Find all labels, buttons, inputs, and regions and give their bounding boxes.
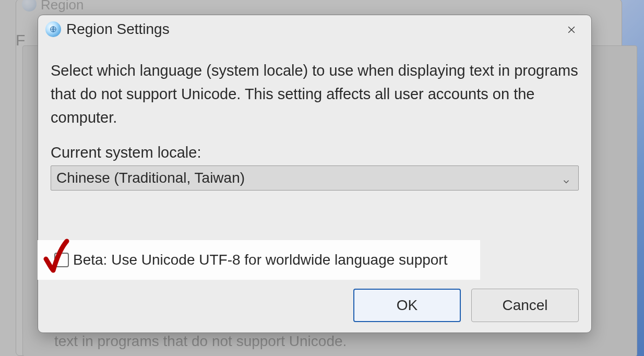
dialog-button-row: OK Cancel [353,289,579,322]
utf8-checkbox[interactable] [54,253,69,267]
utf8-checkbox-label: Beta: Use Unicode UTF-8 for worldwide la… [73,252,447,268]
region-settings-dialog: Region Settings Select which language (s… [38,15,592,333]
close-button[interactable] [561,21,582,38]
globe-icon [45,21,61,37]
cancel-button[interactable]: Cancel [471,289,579,322]
ok-button[interactable]: OK [353,289,461,322]
utf8-checkbox-row[interactable]: Beta: Use Unicode UTF-8 for worldwide la… [38,240,480,280]
chevron-down-icon [562,173,571,183]
dialog-titlebar: Region Settings [38,15,591,43]
system-locale-dropdown[interactable]: Chinese (Traditional, Taiwan) [51,165,579,191]
dialog-title: Region Settings [66,21,170,38]
system-locale-label: Current system locale: [51,144,579,161]
system-locale-value: Chinese (Traditional, Taiwan) [56,170,245,186]
dialog-description: Select which language (system locale) to… [51,59,579,129]
dialog-content: Select which language (system locale) to… [38,43,591,191]
